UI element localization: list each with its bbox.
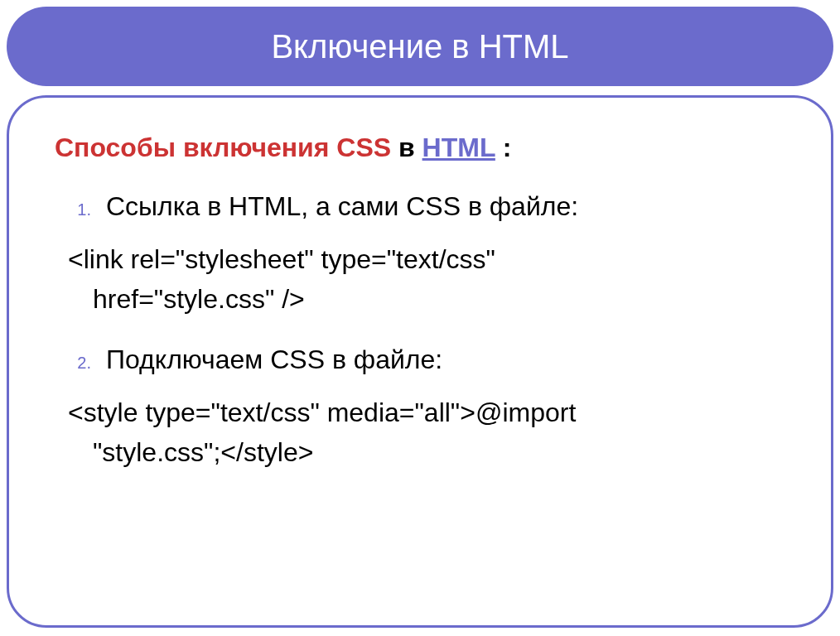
heading-link[interactable]: HTML <box>422 132 495 162</box>
slide-heading: Способы включения CSS в HTML : <box>55 131 789 166</box>
slide-title: Включение в HTML <box>271 28 568 65</box>
code-line-2b: "style.css";</style> <box>68 432 789 472</box>
list-item: 2. Подключаем CSS в файле: <box>55 342 789 378</box>
code-line-1a: <link rel="stylesheet" type="text/css" <box>68 239 789 279</box>
code-line-2a: <style type="text/css" media="all">@impo… <box>68 393 789 432</box>
list-number-2: 2. <box>55 354 106 373</box>
list-number-1: 1. <box>55 200 106 219</box>
heading-text-2: : <box>495 132 512 162</box>
code-block-2: <style type="text/css" media="all">@impo… <box>68 393 789 472</box>
code-line-1b: href="style.css" /> <box>68 279 789 319</box>
heading-text-1: в <box>391 132 422 162</box>
slide-container: Включение в HTML Способы включения CSS в… <box>0 0 840 636</box>
code-block-1: <link rel="stylesheet" type="text/css" h… <box>68 239 789 319</box>
list-item: 1. Ссылка в HTML, а сами CSS в файле: <box>55 189 789 224</box>
heading-highlight: Способы включения CSS <box>55 132 391 162</box>
title-bar: Включение в HTML <box>7 7 833 86</box>
list-text-1: Ссылка в HTML, а сами CSS в файле: <box>106 189 578 224</box>
content-frame: Способы включения CSS в HTML : 1. Ссылка… <box>7 95 833 628</box>
list-text-2: Подключаем CSS в файле: <box>106 342 442 378</box>
